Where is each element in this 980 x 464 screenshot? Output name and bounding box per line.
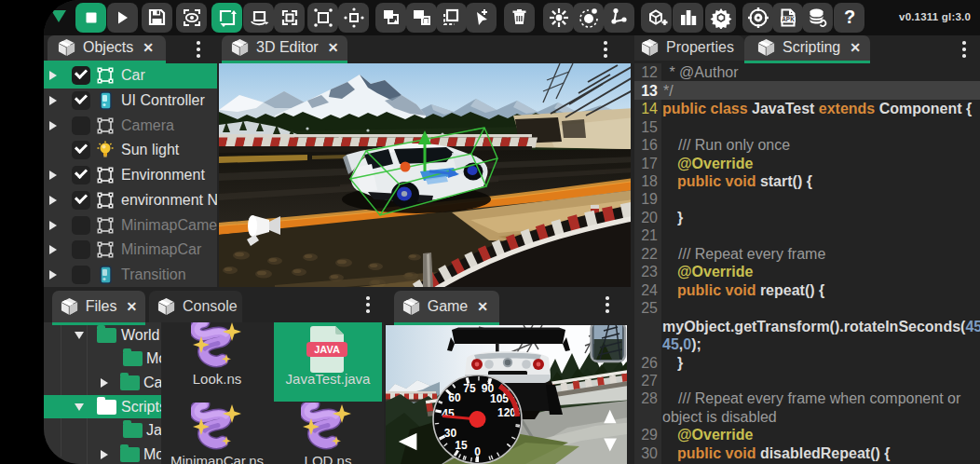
svg-text:APK: APK [782, 16, 795, 22]
svg-text:?: ? [843, 7, 854, 27]
svg-text:75: 75 [463, 382, 476, 395]
svg-text:JAVA: JAVA [314, 344, 340, 355]
svg-text:30: 30 [444, 427, 457, 440]
